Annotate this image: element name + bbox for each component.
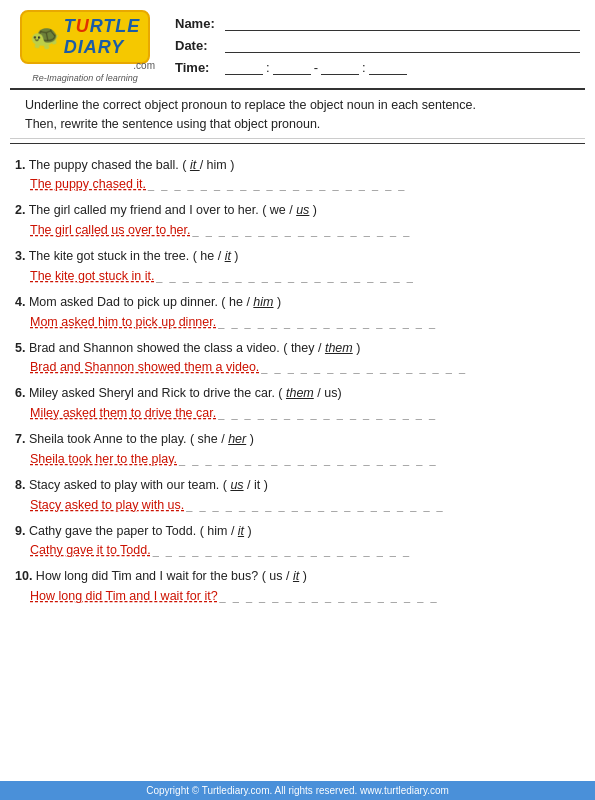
time-row: Time: : - : [175, 59, 580, 75]
q8-dashes: _ _ _ _ _ _ _ _ _ _ _ _ _ _ _ _ _ _ _ _ [186, 500, 580, 512]
time-seg-3 [321, 59, 359, 75]
q2-answer-line: The girl called us over to her. _ _ _ _ … [15, 223, 580, 237]
q4-answer-line: Mom asked him to pick up dinner. _ _ _ _… [15, 315, 580, 329]
question-1: 1. The puppy chased the ball. ( it / him… [15, 156, 580, 192]
q5-correct: them [325, 341, 353, 355]
q1-num: 1. [15, 158, 25, 172]
question-8-text: 8. Stacy asked to play with our team. ( … [15, 476, 580, 495]
q9-dashes: _ _ _ _ _ _ _ _ _ _ _ _ _ _ _ _ _ _ _ _ [153, 545, 580, 557]
question-10: 10. How long did Tim and I wait for the … [15, 567, 580, 603]
q4-answer: Mom asked him to pick up dinner. [30, 315, 216, 329]
question-5-text: 5. Brad and Shannon showed the class a v… [15, 339, 580, 358]
logo-box: 🐢 TURTLEDIARY [20, 10, 151, 64]
question-7: 7. Sheila took Anne to the play. ( she /… [15, 430, 580, 466]
q3-num: 3. [15, 249, 25, 263]
q6-dashes: _ _ _ _ _ _ _ _ _ _ _ _ _ _ _ _ _ [218, 408, 580, 420]
q10-answer: How long did Tim and I wait for it? [30, 589, 218, 603]
question-7-text: 7. Sheila took Anne to the play. ( she /… [15, 430, 580, 449]
q8-num: 8. [15, 478, 25, 492]
logo-area: 🐢 TURTLEDIARY .com Re-Imagination of lea… [15, 10, 155, 83]
q10-dashes: _ _ _ _ _ _ _ _ _ _ _ _ _ _ _ _ _ [220, 591, 580, 603]
question-6: 6. Miley asked Sheryl and Rick to drive … [15, 384, 580, 420]
question-2: 2. The girl called my friend and I over … [15, 201, 580, 237]
q5-num: 5. [15, 341, 25, 355]
q6-correct: them [286, 386, 314, 400]
q6-answer-line: Miley asked them to drive the car. _ _ _… [15, 406, 580, 420]
q8-answer-line: Stacy asked to play with us. _ _ _ _ _ _… [15, 498, 580, 512]
q3-answer: The kite got stuck in it. [30, 269, 154, 283]
q1-answer-line: The puppy chased it. _ _ _ _ _ _ _ _ _ _… [15, 177, 580, 191]
turtle-icon: 🐢 [30, 23, 60, 51]
time-label: Time: [175, 60, 220, 75]
question-3: 3. The kite got stuck in the tree. ( he … [15, 247, 580, 283]
question-4-text: 4. Mom asked Dad to pick up dinner. ( he… [15, 293, 580, 312]
q9-correct: it [238, 524, 244, 538]
q5-answer: Brad and Shannon showed them a video. [30, 360, 259, 374]
date-label: Date: [175, 38, 220, 53]
q4-correct: him [253, 295, 273, 309]
q7-correct: her [228, 432, 246, 446]
question-2-text: 2. The girl called my friend and I over … [15, 201, 580, 220]
q7-answer: Sheila took her to the play. [30, 452, 177, 466]
question-10-text: 10. How long did Tim and I wait for the … [15, 567, 580, 586]
q8-correct: us [230, 478, 243, 492]
date-line [225, 37, 580, 53]
questions-container: 1. The puppy chased the ball. ( it / him… [0, 150, 595, 620]
question-9-text: 9. Cathy gave the paper to Todd. ( him /… [15, 522, 580, 541]
question-8: 8. Stacy asked to play with our team. ( … [15, 476, 580, 512]
q1-answer: The puppy chased it. [30, 177, 146, 191]
q5-dashes: _ _ _ _ _ _ _ _ _ _ _ _ _ _ _ _ [261, 362, 580, 374]
question-4: 4. Mom asked Dad to pick up dinner. ( he… [15, 293, 580, 329]
name-label: Name: [175, 16, 220, 31]
q6-answer: Miley asked them to drive the car. [30, 406, 216, 420]
name-row: Name: [175, 15, 580, 31]
instruction-line2: Then, rewrite the sentence using that ob… [25, 117, 320, 131]
q4-num: 4. [15, 295, 25, 309]
q2-dashes: _ _ _ _ _ _ _ _ _ _ _ _ _ _ _ _ _ [193, 225, 581, 237]
logo-text: TURTLEDIARY [64, 16, 141, 58]
q1-correct: it [190, 158, 200, 172]
footer: Copyright © Turtlediary.com. All rights … [0, 781, 595, 800]
time-seg-2 [273, 59, 311, 75]
q10-correct: it [293, 569, 299, 583]
q1-dashes: _ _ _ _ _ _ _ _ _ _ _ _ _ _ _ _ _ _ _ _ [148, 179, 580, 191]
q5-answer-line: Brad and Shannon showed them a video. _ … [15, 360, 580, 374]
q3-dashes: _ _ _ _ _ _ _ _ _ _ _ _ _ _ _ _ _ _ _ _ [156, 271, 580, 283]
q6-num: 6. [15, 386, 25, 400]
q7-answer-line: Sheila took her to the play. _ _ _ _ _ _… [15, 452, 580, 466]
header: 🐢 TURTLEDIARY .com Re-Imagination of lea… [0, 0, 595, 88]
q7-dashes: _ _ _ _ _ _ _ _ _ _ _ _ _ _ _ _ _ _ _ _ [179, 454, 580, 466]
q2-correct: us [296, 203, 309, 217]
divider [10, 143, 585, 144]
logo-tagline: Re-Imagination of learning [32, 73, 138, 83]
q2-answer: The girl called us over to her. [30, 223, 191, 237]
instruction-line1: Underline the correct object pronoun to … [25, 98, 476, 112]
question-6-text: 6. Miley asked Sheryl and Rick to drive … [15, 384, 580, 403]
instructions: Underline the correct object pronoun to … [10, 88, 585, 139]
q10-num: 10. [15, 569, 32, 583]
date-row: Date: [175, 37, 580, 53]
time-sep-1: : [266, 60, 270, 75]
q7-num: 7. [15, 432, 25, 446]
time-seg-4 [369, 59, 407, 75]
name-fields: Name: Date: Time: : - : [155, 10, 580, 75]
q8-answer: Stacy asked to play with us. [30, 498, 184, 512]
time-sep-3: : [362, 60, 366, 75]
q2-num: 2. [15, 203, 25, 217]
q9-answer-line: Cathy gave it to Todd. _ _ _ _ _ _ _ _ _… [15, 543, 580, 557]
q10-answer-line: How long did Tim and I wait for it? _ _ … [15, 589, 580, 603]
q9-answer: Cathy gave it to Todd. [30, 543, 151, 557]
time-seg-1 [225, 59, 263, 75]
name-line [225, 15, 580, 31]
time-sep-2: - [314, 60, 318, 75]
footer-text: Copyright © Turtlediary.com. All rights … [146, 785, 449, 796]
question-9: 9. Cathy gave the paper to Todd. ( him /… [15, 522, 580, 558]
logo-com: .com [133, 60, 155, 71]
question-1-text: 1. The puppy chased the ball. ( it / him… [15, 156, 580, 175]
q9-num: 9. [15, 524, 25, 538]
question-5: 5. Brad and Shannon showed the class a v… [15, 339, 580, 375]
time-segments: : - : [225, 59, 407, 75]
q3-correct: it [225, 249, 231, 263]
question-3-text: 3. The kite got stuck in the tree. ( he … [15, 247, 580, 266]
q4-dashes: _ _ _ _ _ _ _ _ _ _ _ _ _ _ _ _ _ [218, 317, 580, 329]
